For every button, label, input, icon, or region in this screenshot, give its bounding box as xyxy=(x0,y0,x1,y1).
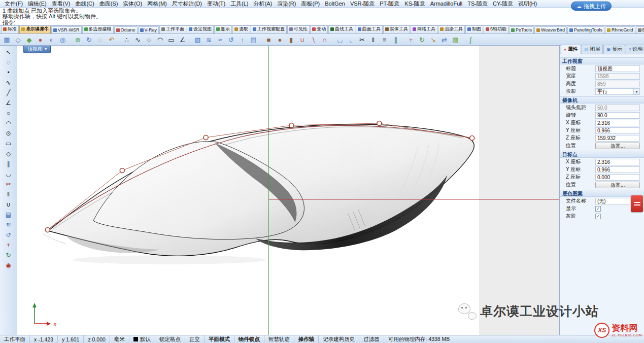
display-wireframe-icon[interactable]: ◇ xyxy=(13,35,23,45)
select-arrow-icon[interactable]: ↖ xyxy=(2,47,15,57)
workspace-tab[interactable]: 卓尔谟犀牛 xyxy=(19,26,51,33)
control-point-curve-icon[interactable]: ∿ xyxy=(2,78,15,88)
camera-y-field[interactable]: 0.966 xyxy=(595,127,640,134)
menu-item[interactable]: 实体(O) xyxy=(120,0,145,7)
curve-tool-icon[interactable]: ∿ xyxy=(132,35,143,45)
workspace-tab[interactable]: EvolutePro xyxy=(636,26,644,33)
wallpaper-show-checkbox[interactable]: ✓ xyxy=(595,206,601,212)
display-shaded-icon[interactable]: ◆ xyxy=(24,35,35,45)
wallpaper-grayscale-checkbox[interactable]: ✓ xyxy=(595,214,601,219)
menu-item[interactable]: BoltGen xyxy=(322,0,348,7)
workspace-tab[interactable]: V-Ray xyxy=(138,26,159,33)
move-tool-icon[interactable]: + xyxy=(2,240,15,250)
trim-tool-icon[interactable]: ✂ xyxy=(2,179,15,189)
panel-tab[interactable]: ▣ 显示 xyxy=(603,45,625,54)
menu-item[interactable]: 工具(L) xyxy=(228,0,251,7)
rotate-view-icon[interactable]: ↻ xyxy=(84,35,94,45)
boolean-intersection-icon[interactable]: ∩ xyxy=(319,35,330,45)
viewport-canvas[interactable]: x xyxy=(17,46,559,335)
pan-view-icon[interactable]: ⊕ xyxy=(73,35,83,45)
revolve-tool-icon[interactable]: ↺ xyxy=(226,35,236,45)
chevron-down-icon[interactable]: ▾ xyxy=(633,89,639,94)
cplane-menu[interactable]: 工作平面 xyxy=(0,335,30,343)
arc-tool-icon[interactable]: ◠ xyxy=(2,118,15,128)
workspace-tab[interactable]: 曲线工具 xyxy=(328,26,355,33)
boolean-union-icon[interactable]: ∪ xyxy=(297,35,308,45)
units-menu[interactable]: 毫米 xyxy=(110,335,129,343)
trim-tool-icon[interactable]: ✂ xyxy=(357,35,367,45)
surface-from-curves-icon[interactable]: ▧ xyxy=(192,35,203,45)
box-tool-icon[interactable]: ■ xyxy=(263,35,274,45)
target-y-field[interactable]: 0.966 xyxy=(595,166,640,173)
menu-item[interactable]: 网格(M) xyxy=(145,0,170,7)
status-toggle[interactable]: 智慧轨迹 xyxy=(264,335,294,343)
target-z-field[interactable]: 0.000 xyxy=(595,174,640,181)
split-tool-icon[interactable]: ‖ xyxy=(2,189,15,199)
patch-tool-icon[interactable]: ▤ xyxy=(248,35,259,45)
panel-tab[interactable]: ● 属性 xyxy=(561,45,581,54)
workspace-tab[interactable]: 工作视窗配置 xyxy=(251,26,287,33)
curvature-analysis-icon[interactable]: ∫ xyxy=(465,35,476,45)
drag-upload-button[interactable]: ☁ 拖拽上传 xyxy=(571,2,612,11)
workspace-tab[interactable]: WeaverBird xyxy=(534,26,567,33)
display-ghosted-icon[interactable]: ◐ xyxy=(46,35,57,45)
command-prompt-line[interactable]: 指令: xyxy=(0,19,644,26)
menu-item[interactable]: ArmadilloFull xyxy=(428,0,465,7)
chamfer-edge-icon[interactable]: ◟ xyxy=(346,35,356,45)
status-toggle[interactable]: 平面模式 xyxy=(205,335,234,343)
line-tool-icon[interactable]: ╱ xyxy=(2,88,15,98)
menu-item[interactable]: 查看(V) xyxy=(49,0,73,7)
menu-item[interactable]: 曲线(C) xyxy=(73,0,96,7)
circle-tool-icon[interactable]: ○ xyxy=(2,108,15,118)
target-place-button[interactable]: 放置... xyxy=(595,182,640,188)
workspace-tab[interactable]: 曲面工具 xyxy=(356,26,383,33)
camera-rotation-field[interactable]: 90.0 xyxy=(595,112,640,119)
boolean-difference-icon[interactable]: ∖ xyxy=(308,35,319,45)
menu-item[interactable]: 面板(P) xyxy=(298,0,322,7)
circle-tool-icon[interactable]: ○ xyxy=(144,35,154,45)
menu-item[interactable]: 说明(H) xyxy=(516,0,539,7)
menu-item[interactable]: 文件(F) xyxy=(2,0,25,7)
split-tool-icon[interactable]: ‖ xyxy=(368,35,379,45)
menu-item[interactable]: KS-随意 xyxy=(402,0,427,7)
display-rendered-icon[interactable]: ● xyxy=(35,35,46,45)
rotate-tool-icon[interactable]: ↻ xyxy=(417,35,427,45)
menu-item[interactable]: 尺寸标注(D) xyxy=(170,0,205,7)
workspace-tab[interactable]: 5轴功能 xyxy=(484,26,509,33)
current-layer-chip[interactable]: 默认 xyxy=(129,335,155,343)
menu-item[interactable]: 曲面(S) xyxy=(97,0,121,7)
workspace-tab[interactable]: 可见性 xyxy=(287,26,310,33)
wallpaper-filename-field[interactable]: (无) xyxy=(595,198,630,204)
polygon-tool-icon[interactable]: ◇ xyxy=(2,149,15,159)
status-toggle[interactable]: 物件锁点 xyxy=(234,335,264,343)
workspace-tab[interactable]: PanelingTools xyxy=(567,26,604,33)
polyline-tool-icon[interactable]: ∠ xyxy=(2,98,15,108)
workspace-tab[interactable]: 制图 xyxy=(465,26,483,33)
point-tool-icon[interactable]: ∴ xyxy=(121,35,132,45)
cylinder-tool-icon[interactable]: ▮ xyxy=(286,35,296,45)
status-toggle[interactable]: 操作轴 xyxy=(294,335,319,343)
rotate-tool-icon[interactable]: ↻ xyxy=(2,250,15,260)
scale-tool-icon[interactable]: ↘ xyxy=(428,35,438,45)
loft-tool-icon[interactable]: ≋ xyxy=(204,35,214,45)
workspace-tab[interactable]: 变动 xyxy=(310,26,328,33)
menu-item[interactable]: 变动(T) xyxy=(205,0,228,7)
workspace-tab[interactable]: 工作平面 xyxy=(159,26,186,33)
revolve-tool-icon[interactable]: ↺ xyxy=(2,230,15,240)
viewport-layout-icon[interactable]: ▦ xyxy=(2,35,12,45)
workspace-tab[interactable]: 多边形建模 xyxy=(82,26,114,33)
curve-control-point[interactable] xyxy=(204,135,208,140)
ellipse-tool-icon[interactable]: ⊙ xyxy=(2,128,15,139)
fillet-edge-icon[interactable]: ◡ xyxy=(334,35,345,45)
surface-plane-icon[interactable]: ▤ xyxy=(2,210,15,220)
camera-place-button[interactable]: 放置... xyxy=(595,143,640,149)
curve-control-point[interactable] xyxy=(377,121,382,126)
panel-tab[interactable]: ? 说明 xyxy=(626,45,644,54)
menu-item[interactable]: 渲染(R) xyxy=(275,0,298,7)
menu-item[interactable]: 编辑(E) xyxy=(25,0,49,7)
viewport-top-view[interactable]: x 顶视图 ▾ xyxy=(17,46,560,335)
workspace-tab[interactable]: 渲染工具 xyxy=(438,26,465,33)
point-tool-icon[interactable]: • xyxy=(2,67,15,78)
curve-control-point[interactable] xyxy=(470,136,474,141)
menu-item[interactable]: PT-随意 xyxy=(377,0,402,7)
